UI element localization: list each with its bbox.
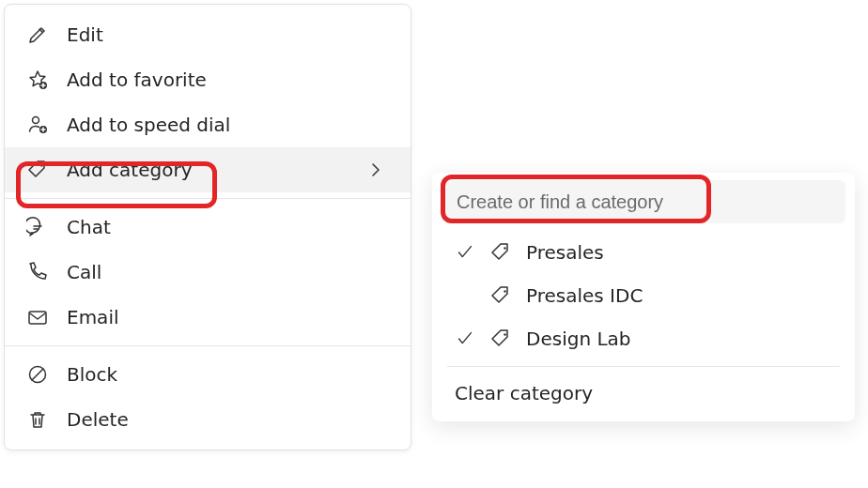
checkmark-placeholder	[455, 285, 475, 306]
category-label: Presales	[526, 241, 604, 264]
category-item-presales[interactable]: Presales	[438, 231, 849, 274]
svg-point-7	[504, 290, 505, 292]
clear-category-label: Clear category	[455, 382, 593, 404]
menu-item-label: Add category	[67, 159, 192, 181]
person-add-icon	[25, 113, 50, 137]
edit-icon	[25, 23, 50, 47]
chevron-right-icon	[364, 158, 388, 182]
category-search-wrap	[442, 180, 845, 223]
svg-point-1	[33, 117, 39, 124]
tag-icon	[488, 327, 513, 351]
tag-icon	[488, 283, 513, 308]
chat-icon	[25, 215, 50, 239]
category-search-input[interactable]	[442, 180, 845, 223]
category-submenu: Presales Presales IDC Design Lab Clear c…	[432, 173, 855, 421]
category-item-presales-idc[interactable]: Presales IDC	[438, 274, 849, 317]
star-add-icon	[25, 68, 50, 92]
menu-item-label: Chat	[67, 216, 111, 238]
menu-item-chat[interactable]: Chat	[5, 205, 411, 250]
tag-icon	[488, 240, 513, 265]
checkmark-icon	[455, 242, 475, 263]
menu-item-label: Block	[67, 363, 117, 386]
menu-item-label: Add to speed dial	[67, 114, 230, 136]
menu-item-edit[interactable]: Edit	[5, 12, 411, 57]
svg-rect-4	[29, 312, 46, 324]
block-icon	[25, 362, 50, 387]
category-label: Design Lab	[526, 328, 631, 350]
clear-category-button[interactable]: Clear category	[438, 373, 849, 416]
menu-item-label: Email	[67, 306, 119, 328]
menu-divider	[5, 198, 411, 199]
svg-point-6	[504, 247, 505, 249]
trash-icon	[25, 407, 50, 432]
menu-divider	[5, 345, 411, 346]
menu-item-label: Delete	[67, 408, 129, 431]
menu-item-add-speed-dial[interactable]: Add to speed dial	[5, 102, 411, 147]
menu-item-label: Call	[67, 261, 101, 283]
submenu-divider	[447, 366, 840, 367]
menu-item-add-category[interactable]: Add category	[5, 147, 411, 192]
menu-item-label: Add to favorite	[67, 69, 207, 91]
menu-item-call[interactable]: Call	[5, 250, 411, 295]
mail-icon	[25, 305, 50, 329]
menu-item-email[interactable]: Email	[5, 295, 411, 340]
menu-item-block[interactable]: Block	[5, 352, 411, 397]
category-label: Presales IDC	[526, 284, 643, 307]
context-menu: Edit Add to favorite Add to speed dial	[4, 4, 411, 450]
tag-icon	[25, 158, 50, 182]
checkmark-icon	[455, 328, 475, 349]
menu-item-delete[interactable]: Delete	[5, 397, 411, 442]
svg-point-3	[40, 164, 42, 166]
menu-item-add-favorite[interactable]: Add to favorite	[5, 57, 411, 102]
svg-point-8	[504, 333, 505, 335]
phone-icon	[25, 260, 50, 284]
category-item-design-lab[interactable]: Design Lab	[438, 317, 849, 360]
menu-item-label: Edit	[67, 23, 103, 46]
